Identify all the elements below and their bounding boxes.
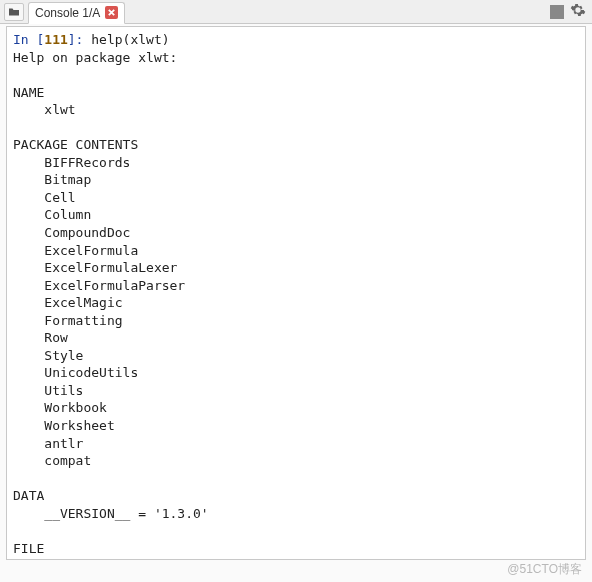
console-output[interactable]: In [111]: help(xlwt) Help on package xlw… <box>6 26 586 560</box>
help-header: Help on package xlwt: <box>13 50 177 65</box>
tab-console-1a[interactable]: Console 1/A <box>28 2 125 24</box>
watermark: @51CTO博客 <box>507 561 582 578</box>
prompt-number: 111 <box>44 32 67 47</box>
prompt-prefix: In [ <box>13 32 44 47</box>
name-value: xlwt <box>44 102 75 117</box>
gear-icon <box>570 2 586 18</box>
browse-folder-button[interactable] <box>4 3 24 21</box>
contents-label: PACKAGE CONTENTS <box>13 137 138 152</box>
contents-list: BIFFRecords Bitmap Cell Column CompoundD… <box>13 155 185 468</box>
tab-bar: Console 1/A <box>0 0 592 24</box>
settings-button[interactable] <box>570 2 586 21</box>
file-value: c:\programdata\anaconda3\lib\site-packag… <box>44 558 506 560</box>
name-label: NAME <box>13 85 44 100</box>
close-icon <box>107 8 116 17</box>
data-value: __VERSION__ = '1.3.0' <box>44 506 208 521</box>
folder-icon <box>8 7 20 17</box>
command-text: help(xlwt) <box>91 32 169 47</box>
tab-close-button[interactable] <box>105 6 118 19</box>
stop-icon[interactable] <box>550 5 564 19</box>
toolbar-right <box>550 2 592 21</box>
data-label: DATA <box>13 488 44 503</box>
file-label: FILE <box>13 541 44 556</box>
prompt-suffix: ]: <box>68 32 91 47</box>
tab-label: Console 1/A <box>35 6 100 20</box>
